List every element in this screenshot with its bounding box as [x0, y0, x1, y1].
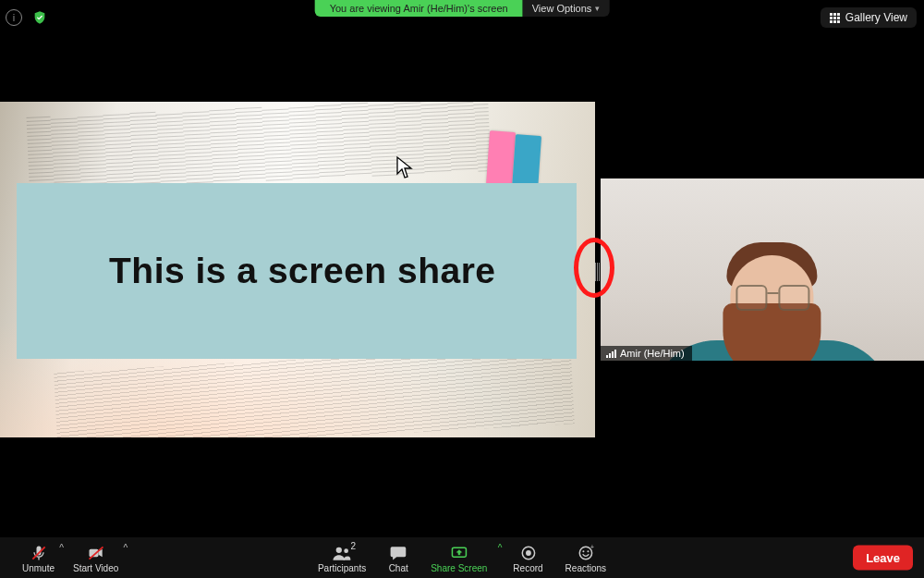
reactions-label: Reactions [565, 563, 606, 573]
meeting-toolbar: ^ Unmute ^ Start Video 2 Pa [0, 537, 924, 578]
top-center-banner: You are viewing Amir (He/Him)'s screen V… [315, 0, 610, 17]
reactions-icon: + [576, 544, 596, 562]
gallery-view-label: Gallery View [845, 11, 907, 24]
center-toolbar-group: 2 Participants Chat ^ Share Screen [307, 537, 617, 578]
svg-point-5 [344, 548, 348, 553]
microphone-muted-icon [29, 544, 49, 562]
camera-off-icon [86, 544, 106, 562]
screen-share-banner: You are viewing Amir (He/Him)'s screen [315, 0, 523, 17]
meeting-info-button[interactable]: i [6, 9, 22, 26]
top-right-controls: Gallery View [821, 7, 917, 28]
participants-label: Participants [318, 563, 366, 573]
start-video-button[interactable]: ^ Start Video [62, 541, 126, 575]
participants-button[interactable]: 2 Participants [307, 541, 377, 575]
record-icon [517, 544, 538, 562]
participants-count: 2 [351, 541, 357, 551]
participant-name: Amir (He/Him) [620, 348, 685, 359]
shared-screen-pane[interactable]: This is a screen share [0, 102, 595, 437]
share-screen-button[interactable]: ^ Share Screen [419, 541, 502, 575]
slide-banner: This is a screen share [17, 183, 577, 359]
top-left-controls: i [6, 9, 48, 26]
svg-point-10 [582, 550, 584, 552]
participant-video-tile[interactable]: Amir (He/Him) [601, 178, 924, 361]
record-button[interactable]: Record [502, 541, 553, 575]
annotation-circle [574, 238, 614, 298]
page-tab-pink [486, 130, 516, 188]
cursor-icon [395, 155, 414, 183]
view-options-label: View Options [532, 3, 592, 14]
participant-avatar-illustration [651, 239, 892, 361]
start-video-label: Start Video [73, 563, 118, 573]
svg-point-8 [526, 550, 531, 556]
chat-icon [388, 544, 408, 562]
share-screen-icon [449, 544, 469, 562]
svg-text:+: + [590, 544, 594, 550]
share-screen-label: Share Screen [431, 563, 487, 573]
chat-button[interactable]: Chat [377, 541, 419, 575]
view-options-dropdown[interactable]: View Options ▾ [523, 0, 610, 17]
record-label: Record [513, 563, 542, 573]
chevron-down-icon: ▾ [595, 4, 600, 13]
chat-label: Chat [389, 563, 408, 573]
encryption-shield-icon[interactable] [31, 9, 48, 26]
participants-icon [332, 544, 352, 562]
meeting-content: This is a screen share Amir (He/Him) [0, 102, 924, 437]
svg-point-11 [587, 550, 589, 552]
reactions-button[interactable]: + Reactions [554, 541, 617, 575]
svg-point-4 [336, 547, 342, 552]
leave-button[interactable]: Leave [853, 546, 913, 571]
slide-title: This is a screen share [109, 251, 496, 291]
participant-name-tag: Amir (He/Him) [601, 346, 692, 361]
signal-icon [606, 349, 616, 358]
leave-label: Leave [866, 551, 900, 565]
unmute-button[interactable]: ^ Unmute [11, 541, 62, 575]
chevron-up-icon[interactable]: ^ [124, 543, 128, 553]
top-bar: i You are viewing Amir (He/Him)'s screen… [0, 0, 924, 30]
unmute-label: Unmute [22, 563, 55, 573]
grid-icon [830, 13, 840, 23]
gallery-view-button[interactable]: Gallery View [821, 7, 917, 28]
